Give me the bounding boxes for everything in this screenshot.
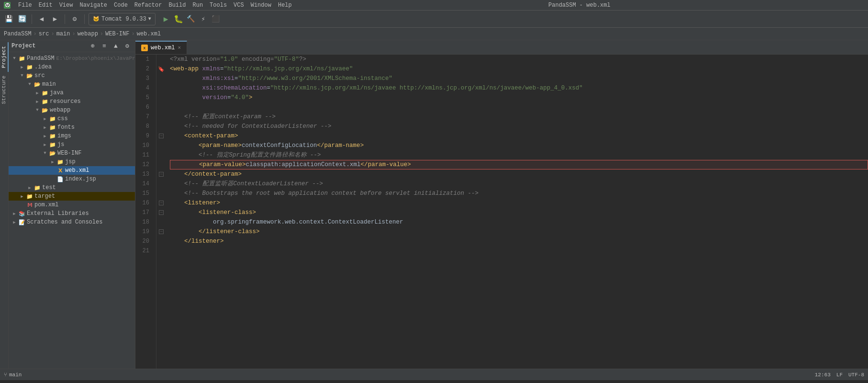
tree-toggle[interactable]: ▼ <box>26 80 33 88</box>
gutter-16[interactable]: − <box>156 198 166 208</box>
tree-toggle[interactable]: ▶ <box>11 218 18 226</box>
sync-button[interactable]: 🔄 <box>16 13 28 25</box>
menu-help[interactable]: Help <box>275 1 295 10</box>
tree-item-webapp[interactable]: ▼ 📂 webapp <box>9 106 135 114</box>
project-tab[interactable]: Project <box>0 42 9 72</box>
line-sep-label[interactable]: LF <box>836 372 843 378</box>
back-button[interactable]: ◀ <box>36 13 47 25</box>
tree-toggle[interactable]: ▶ <box>49 158 56 166</box>
menu-run[interactable]: Run <box>189 1 206 10</box>
tree-item-fonts[interactable]: ▶ 📁 fonts <box>9 123 135 132</box>
tree-item-webxml[interactable]: ▶ 𝗫 web.xml <box>9 166 135 175</box>
tree-toggle[interactable]: ▶ <box>41 141 49 148</box>
tree-toggle[interactable]: ▶ <box>26 184 33 192</box>
tree-item-pandassmm[interactable]: ▼ 📁 PandaSSM E:\Dropbox\phoenix\JavaPro <box>9 54 135 63</box>
gutter-19[interactable]: − <box>156 227 166 237</box>
code-editor[interactable]: 1 2 3 4 5 6 7 8 9 10 11 12 13 14 15 16 1… <box>135 55 868 369</box>
gutter-9[interactable]: − <box>156 131 166 141</box>
tree-item-css[interactable]: ▶ 📁 css <box>9 114 135 123</box>
line-num-2: 2 <box>135 64 152 74</box>
tree-item-jsp[interactable]: ▶ 📁 jsp <box>9 158 135 166</box>
run-config-dropdown[interactable]: 🐱 Tomcat 9.0.33 ▼ <box>89 13 156 25</box>
menu-build[interactable]: Build <box>166 1 189 10</box>
fold-icon-19[interactable]: − <box>159 229 164 234</box>
tree-item-webinf[interactable]: ▼ 📂 WEB-INF <box>9 149 135 158</box>
fold-icon-16[interactable]: − <box>159 201 164 205</box>
sidebar-settings-btn[interactable]: ⚙ <box>122 41 132 51</box>
tree-toggle[interactable]: ▼ <box>41 149 49 157</box>
code-text: > <box>238 169 242 179</box>
tree-toggle[interactable]: ▶ <box>18 192 26 200</box>
breadcrumb-project[interactable]: PandaSSM <box>4 31 32 37</box>
editor-tab-webxml[interactable]: X web.xml × <box>135 41 187 54</box>
tree-item-indexjsp[interactable]: ▶ 📄 index.jsp <box>9 175 135 183</box>
tree-item-main[interactable]: ▼ 📂 main <box>9 80 135 89</box>
fold-icon-17[interactable]: − <box>159 210 164 215</box>
test-folder-icon: 📁 <box>33 184 41 192</box>
tree-item-js[interactable]: ▶ 📁 js <box>9 140 135 149</box>
gutter-2[interactable]: 🔖 <box>156 64 166 74</box>
git-branch[interactable]: ⑂ main <box>4 372 22 378</box>
more-run-button[interactable]: ⚡ <box>198 13 209 25</box>
menu-window[interactable]: Window <box>248 1 274 10</box>
menu-code[interactable]: Code <box>111 1 131 10</box>
gutter-17[interactable]: − <box>156 208 166 217</box>
tree-label: test <box>41 184 56 191</box>
tree-item-scratches[interactable]: ▶ 📝 Scratches and Consoles <box>9 218 135 226</box>
fold-icon-9[interactable]: − <box>159 134 164 138</box>
breadcrumb-webinf[interactable]: WEB-INF <box>105 31 129 37</box>
debug-button[interactable]: 🐛 <box>173 13 184 25</box>
menu-file[interactable]: File <box>15 1 35 10</box>
tree-toggle[interactable]: ▶ <box>41 115 49 123</box>
tree-toggle[interactable]: ▶ <box>33 98 41 105</box>
build-button[interactable]: 🔨 <box>185 13 197 25</box>
tree-toggle[interactable]: ▼ <box>11 55 18 62</box>
encoding-label[interactable]: UTF-8 <box>848 372 864 378</box>
tree-item-java[interactable]: ▶ 📁 java <box>9 89 135 97</box>
menu-navigate[interactable]: Navigate <box>77 1 110 10</box>
sidebar-new-btn[interactable]: ⊕ <box>88 41 98 51</box>
tree-toggle[interactable]: ▶ <box>41 124 49 131</box>
stop-button[interactable]: ⬛ <box>210 13 222 25</box>
tree-toggle[interactable]: ▼ <box>33 106 41 114</box>
menu-tools[interactable]: Tools <box>207 1 230 10</box>
breadcrumb-webapp[interactable]: webapp <box>78 31 98 37</box>
tab-close-button[interactable]: × <box>178 45 181 51</box>
menu-bar[interactable]: File Edit View Navigate Code Refactor Bu… <box>15 1 295 10</box>
gutter-13[interactable]: − <box>156 169 166 179</box>
settings-button[interactable]: ⚙ <box>69 13 80 25</box>
title-bar: 🐼 File Edit View Navigate Code Refactor … <box>0 0 868 11</box>
toolbar-sep-2 <box>65 14 65 24</box>
tree-item-idea[interactable]: ▶ 📁 .idea <box>9 63 135 71</box>
tree-toggle[interactable]: ▶ <box>33 89 41 97</box>
tree-toggle[interactable]: ▶ <box>11 210 18 217</box>
menu-vcs[interactable]: VCS <box>231 1 247 10</box>
breadcrumb-main[interactable]: main <box>56 31 70 37</box>
tree-item-target[interactable]: ▶ 📁 target <box>9 192 135 201</box>
code-text <box>170 208 199 217</box>
tree-toggle[interactable]: ▼ <box>18 72 26 79</box>
sidebar-collapse-btn[interactable]: ▲ <box>111 41 121 51</box>
menu-edit[interactable]: Edit <box>36 1 56 10</box>
forward-button[interactable]: ▶ <box>49 13 61 25</box>
tree-item-pomxml[interactable]: ▶ 𝗠 pom.xml <box>9 201 135 209</box>
tree-item-src[interactable]: ▼ 📂 src <box>9 71 135 80</box>
run-button[interactable]: ▶ <box>160 13 172 25</box>
tree-toggle[interactable]: ▶ <box>41 132 49 140</box>
sidebar-sync-btn[interactable]: ≡ <box>100 41 109 51</box>
fold-icon-13[interactable]: − <box>159 172 164 177</box>
tree-item-test[interactable]: ▶ 📁 test <box>9 183 135 192</box>
tree-toggle[interactable]: ▶ <box>18 63 26 71</box>
breadcrumb-webxml[interactable]: web.xml <box>137 31 161 37</box>
breadcrumb-src[interactable]: src <box>39 31 49 37</box>
code-text <box>170 112 184 122</box>
tree-item-resources[interactable]: ▶ 📁 resources <box>9 97 135 106</box>
menu-view[interactable]: View <box>56 1 76 10</box>
menu-refactor[interactable]: Refactor <box>132 1 165 10</box>
save-button[interactable]: 💾 <box>3 13 14 25</box>
tree-item-imgs[interactable]: ▶ 📁 imgs <box>9 132 135 140</box>
code-content[interactable]: <?xml version="1.0" encoding="UTF-8"?> <… <box>166 55 868 369</box>
tree-item-ext-libs[interactable]: ▶ 📚 External Libraries <box>9 209 135 218</box>
structure-tab[interactable]: Structure <box>0 72 9 108</box>
code-text: "4.0" <box>231 93 249 102</box>
